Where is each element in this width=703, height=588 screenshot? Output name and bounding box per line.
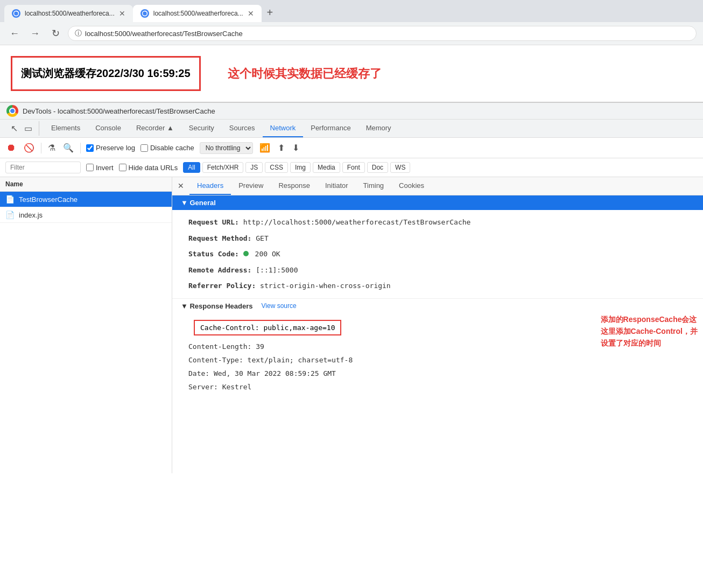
download-icon[interactable]: ⬇: [291, 142, 300, 154]
request-url-value: http://localhost:5000/weatherforecast/Te…: [243, 218, 471, 226]
tab-close-2[interactable]: ✕: [248, 9, 254, 18]
address-text: localhost:5000/weatherforecast/TestBrows…: [85, 30, 243, 38]
detail-tabs: ✕ Headers Preview Response Initiator Tim…: [172, 177, 703, 195]
filter-doc[interactable]: Doc: [367, 162, 388, 173]
content-length-label: Content-Length:: [188, 342, 256, 351]
file-js-icon: 📄: [5, 211, 15, 219]
content-type-row: Content-Type: text/plain; charset=utf-8: [172, 353, 703, 367]
devtools-panel: DevTools - localhost:5000/weatherforecas…: [0, 102, 703, 473]
invert-label[interactable]: Invert: [86, 164, 114, 172]
response-headers-header: ▼ Response Headers View source: [172, 299, 703, 313]
list-item[interactable]: 📄 index.js: [0, 207, 172, 223]
file-doc-icon: 📄: [5, 195, 15, 204]
filter-font[interactable]: Font: [342, 162, 365, 173]
content-length-value: 39: [256, 342, 264, 351]
hide-data-urls-checkbox[interactable]: [119, 164, 126, 171]
search-button[interactable]: 🔍: [62, 142, 75, 154]
response-headers-body: 添加的ResponseCache会这这里添加Cache-Control，并设置了…: [172, 313, 703, 396]
reload-button[interactable]: ↻: [47, 25, 64, 41]
referrer-policy-row: Referrer Policy: strict-origin-when-cros…: [172, 278, 703, 294]
status-dot-icon: [243, 251, 249, 256]
tab-headers[interactable]: Headers: [189, 177, 231, 195]
tab-initiator[interactable]: Initiator: [318, 177, 356, 195]
filter-ws[interactable]: WS: [390, 162, 410, 173]
toolbar-divider-1: [41, 143, 41, 153]
disable-cache-label[interactable]: Disable cache: [140, 144, 194, 152]
cache-control-row: Cache-Control: public,max-age=10: [194, 320, 341, 335]
filter-css[interactable]: CSS: [265, 162, 288, 173]
tab-performance[interactable]: Performance: [303, 120, 358, 137]
devtools-icon-group: ↖ ▭: [4, 121, 39, 136]
invert-text: Invert: [96, 164, 114, 172]
back-button[interactable]: ←: [6, 25, 23, 41]
tab-bar: localhost:5000/weatherforeca... ✕ localh…: [0, 0, 703, 22]
throttle-select[interactable]: No throttling: [200, 142, 253, 154]
content-type-label: Content-Type:: [188, 356, 248, 364]
file-list-header: Name: [0, 177, 172, 192]
filter-img[interactable]: Img: [290, 162, 311, 173]
upload-icon[interactable]: ⬆: [277, 142, 286, 154]
tab-favicon-2: [140, 9, 149, 18]
invert-checkbox[interactable]: [86, 164, 94, 171]
tab-network[interactable]: Network: [263, 120, 304, 137]
file-name-1: TestBrowserCache: [19, 195, 78, 204]
request-method-label: Request Method:: [188, 234, 251, 242]
disable-cache-checkbox[interactable]: [140, 144, 148, 152]
tab-close-1[interactable]: ✕: [119, 9, 125, 18]
tab-1[interactable]: localhost:5000/weatherforeca... ✕: [4, 5, 133, 22]
filter-js[interactable]: JS: [245, 162, 263, 173]
page-top: 测试浏览器缓存2022/3/30 16:59:25 这个时候其实数据已经缓存了: [0, 45, 703, 102]
general-section-body: Request URL: http://localhost:5000/weath…: [172, 210, 703, 298]
detail-panel: ✕ Headers Preview Response Initiator Tim…: [172, 177, 703, 473]
toolbar-divider-2: [80, 143, 81, 153]
new-tab-button[interactable]: +: [262, 4, 279, 21]
filter-all[interactable]: All: [183, 162, 200, 173]
tab-console[interactable]: Console: [88, 120, 129, 137]
forward-button[interactable]: →: [27, 25, 43, 41]
view-source-link[interactable]: View source: [262, 302, 297, 310]
status-code-label: Status Code:: [188, 250, 239, 258]
wifi-icon[interactable]: 📶: [258, 142, 271, 154]
tab-title-1: localhost:5000/weatherforeca...: [25, 10, 115, 17]
filter-media[interactable]: Media: [313, 162, 340, 173]
filter-input[interactable]: [5, 162, 81, 173]
tab-2[interactable]: localhost:5000/weatherforeca... ✕: [133, 5, 262, 22]
address-box[interactable]: ⓘ localhost:5000/weatherforecast/TestBro…: [68, 26, 697, 41]
clear-button[interactable]: 🚫: [23, 142, 36, 154]
record-button[interactable]: ⏺: [5, 141, 17, 155]
detail-content: ▼ General Request URL: http://localhost:…: [172, 195, 703, 396]
preserve-log-checkbox[interactable]: [86, 144, 94, 152]
tab-elements[interactable]: Elements: [44, 120, 88, 137]
response-headers-section: ▼ Response Headers View source 添加的Respon…: [172, 298, 703, 396]
referrer-policy-value: strict-origin-when-cross-origin: [260, 282, 391, 290]
cache-control-label: Cache-Control:: [200, 324, 263, 332]
tab-sources[interactable]: Sources: [222, 120, 263, 137]
hide-data-urls-label[interactable]: Hide data URLs: [119, 164, 178, 172]
tab-timing[interactable]: Timing: [356, 177, 392, 195]
tab-security[interactable]: Security: [181, 120, 222, 137]
remote-address-row: Remote Address: [::1]:5000: [172, 262, 703, 278]
filter-icon-btn[interactable]: ⚗: [47, 142, 57, 154]
pointer-icon[interactable]: ↖: [9, 121, 20, 136]
tab-recorder[interactable]: Recorder ▲: [129, 120, 181, 137]
tab-cookies[interactable]: Cookies: [391, 177, 432, 195]
tab-response[interactable]: Response: [271, 177, 318, 195]
chrome-logo-icon: [6, 105, 18, 117]
server-label: Server:: [188, 383, 222, 391]
response-headers-annotation: 添加的ResponseCache会这这里添加Cache-Control，并设置了…: [601, 313, 698, 349]
network-toolbar: ⏺ 🚫 ⚗ 🔍 Preserve log Disable cache No th…: [0, 138, 703, 158]
tab-memory[interactable]: Memory: [358, 120, 399, 137]
tab-preview[interactable]: Preview: [231, 177, 271, 195]
detail-close-icon[interactable]: ✕: [172, 177, 189, 195]
list-item[interactable]: 📄 TestBrowserCache: [0, 192, 172, 207]
browser-chrome: localhost:5000/weatherforeca... ✕ localh…: [0, 0, 703, 45]
address-lock-icon: ⓘ: [75, 29, 82, 38]
devtools-titlebar: DevTools - localhost:5000/weatherforecas…: [0, 103, 703, 120]
server-row: Server: Kestrel: [172, 380, 703, 394]
filter-fetch-xhr[interactable]: Fetch/XHR: [202, 162, 244, 173]
remote-address-value: [::1]:5000: [256, 266, 298, 274]
page-annotation: 这个时候其实数据已经缓存了: [228, 66, 382, 82]
response-headers-title: ▼ Response Headers: [181, 302, 253, 310]
preserve-log-label[interactable]: Preserve log: [86, 144, 135, 152]
device-icon[interactable]: ▭: [22, 121, 34, 136]
